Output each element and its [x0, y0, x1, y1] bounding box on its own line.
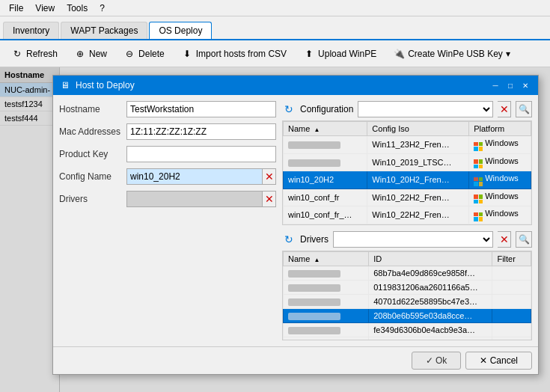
table-row[interactable]: Win11_23H2_Fren… Windows — [284, 136, 531, 154]
usb-icon: 🔌 — [393, 48, 405, 60]
table-row[interactable]: fe349d6306b0e4acb9e3a… — [284, 322, 531, 337]
modal-body: Hostname Mac Addresses Product Key — [53, 95, 538, 346]
new-button[interactable]: ⊕ New — [67, 45, 114, 63]
driver-filter — [492, 322, 531, 337]
cancel-icon: ✕ — [480, 355, 489, 366]
drivers-search-button[interactable]: 🔍 — [516, 231, 532, 248]
table-row[interactable]: Win10_2019_LTSC… Windows — [284, 153, 531, 171]
drivers-refresh-icon[interactable]: ↻ — [282, 233, 296, 246]
delete-button[interactable]: ⊖ Delete — [117, 45, 171, 63]
row-config-iso: Win10_2019_LTSC… — [367, 153, 469, 171]
modal-right-panel: ↻ Configuration ✕ 🔍 — [282, 101, 532, 340]
driver-name — [284, 266, 369, 280]
drivers-section-title: Drivers — [300, 234, 329, 245]
main-area: Hostname NUC-admin- testsf1234 testsf444… — [0, 67, 550, 392]
modal-form: Hostname Mac Addresses Product Key — [59, 101, 276, 340]
windows-platform-icon — [474, 159, 483, 168]
drivers-id-col-header[interactable]: ID — [369, 251, 492, 266]
config-section: ↻ Configuration ✕ 🔍 — [282, 101, 532, 225]
windows-platform-icon — [474, 177, 483, 186]
hostname-label: Hostname — [59, 104, 126, 114]
row-platform: Windows — [469, 189, 531, 206]
windows-platform-icon — [474, 212, 483, 221]
config-table: Name ▲ Config Iso Platform — [283, 121, 531, 224]
product-key-row: Product Key — [59, 146, 276, 162]
titlebar-left: 🖥 Host to Deploy — [59, 79, 135, 91]
config-name-field-container: ✕ — [126, 168, 276, 185]
drivers-row: Drivers ✕ — [59, 191, 276, 207]
close-button[interactable]: ✕ — [519, 79, 532, 91]
upload-button[interactable]: ⬆ Upload WinPE — [296, 45, 383, 63]
drivers-label: Drivers — [59, 194, 126, 204]
hostname-field[interactable] — [126, 101, 276, 117]
import-button[interactable]: ⬇ Import hosts from CSV — [174, 45, 293, 63]
config-dropdown[interactable] — [358, 101, 493, 117]
driver-filter — [492, 337, 531, 340]
driver-id: 208b0e6b595e03da8cce… — [369, 308, 492, 322]
drivers-clear-button[interactable]: ✕ — [263, 191, 276, 207]
row-name: win10_20H2 — [284, 171, 367, 189]
toolbar: ↻ Refresh ⊕ New ⊖ Delete ⬇ Import hosts … — [0, 40, 550, 67]
create-usb-button[interactable]: 🔌 Create WinPe USB Key ▾ — [386, 45, 517, 63]
minimize-button[interactable]: ─ — [489, 79, 502, 91]
cancel-button[interactable]: ✕ Cancel — [465, 352, 532, 370]
table-row[interactable]: 208b0e6b595e03da8cce… — [284, 308, 531, 322]
delete-icon: ⊖ — [123, 48, 135, 60]
windows-platform-icon — [474, 142, 483, 151]
config-platform-col-header[interactable]: Platform — [469, 122, 531, 136]
ok-button[interactable]: ✓ Ok — [412, 352, 462, 370]
mac-field[interactable] — [126, 123, 276, 140]
menu-view[interactable]: View — [29, 1, 61, 15]
upload-icon: ⬆ — [303, 48, 315, 60]
tab-inventory[interactable]: Inventory — [3, 22, 59, 39]
product-key-field[interactable] — [126, 146, 276, 162]
driver-name — [284, 337, 369, 340]
driver-filter — [492, 308, 531, 322]
table-row[interactable]: 40701d622e58895bc47e3… — [284, 294, 531, 308]
menu-bar: File View Tools ? — [0, 0, 550, 16]
windows-platform-icon — [474, 195, 483, 203]
config-name-label: Config Name — [59, 171, 126, 182]
driver-filter — [492, 280, 531, 294]
maximize-button[interactable]: □ — [504, 79, 517, 91]
driver-name — [284, 280, 369, 294]
drivers-filter-col-header[interactable]: Filter — [492, 251, 531, 266]
config-name-row: Config Name ✕ — [59, 168, 276, 185]
driver-id: 68b7ba4e09d869ce9858f… — [369, 266, 492, 280]
table-row[interactable]: win10_20H2 Win10_20H2_Fren… Windows — [284, 171, 531, 189]
drivers-section: ↻ Drivers ✕ 🔍 — [282, 231, 532, 340]
drivers-dropdown[interactable] — [333, 231, 493, 248]
table-row[interactable]: 68b7ba4e09d869ce9858f… — [284, 266, 531, 280]
config-table-container[interactable]: Name ▲ Config Iso Platform — [282, 120, 532, 225]
config-iso-col-header[interactable]: Config Iso — [367, 122, 469, 136]
config-search-button[interactable]: 🔍 — [516, 101, 532, 117]
menu-file[interactable]: File — [3, 1, 29, 15]
sort-arrow: ▲ — [314, 126, 320, 133]
drivers-section-header: ↻ Drivers ✕ 🔍 — [282, 231, 532, 248]
config-clear-button[interactable]: ✕ — [498, 101, 511, 117]
table-row[interactable]: 0119831206aa2601166a5… — [284, 280, 531, 294]
row-name — [284, 136, 367, 154]
drivers-table-container[interactable]: Name ▲ ID Filter — [282, 251, 532, 340]
refresh-button[interactable]: ↻ Refresh — [4, 45, 64, 63]
config-name-col-header[interactable]: Name ▲ — [284, 122, 367, 136]
menu-tools[interactable]: Tools — [61, 1, 94, 15]
drivers-clear-button[interactable]: ✕ — [498, 231, 511, 248]
table-row[interactable]: f87ba7531875a7f156194… — [284, 337, 531, 340]
drivers-name-col-header[interactable]: Name ▲ — [284, 251, 369, 266]
tab-os-deploy[interactable]: OS Deploy — [149, 22, 212, 39]
row-platform: Windows — [469, 153, 531, 171]
drivers-field-container: ✕ — [126, 191, 276, 207]
table-row[interactable]: win10_conf_fr Win10_22H2_Fren… Windows — [284, 189, 531, 206]
menu-help[interactable]: ? — [94, 1, 111, 15]
table-row[interactable]: win10_conf_fr_… Win10_22H2_Fren… Windows — [284, 206, 531, 224]
config-name-field[interactable] — [126, 168, 263, 185]
config-name-clear-button[interactable]: ✕ — [263, 168, 276, 185]
tab-wapt-packages[interactable]: WAPT Packages — [61, 22, 147, 39]
row-name: win10_conf_fr — [284, 189, 367, 206]
driver-id: fe349d6306b0e4acb9e3a… — [369, 322, 492, 337]
checkmark-icon: ✓ — [426, 355, 436, 366]
modal-overlay: 🖥 Host to Deploy ─ □ ✕ Hostname — [0, 67, 550, 392]
config-refresh-icon[interactable]: ↻ — [282, 102, 296, 116]
driver-name — [284, 308, 369, 322]
